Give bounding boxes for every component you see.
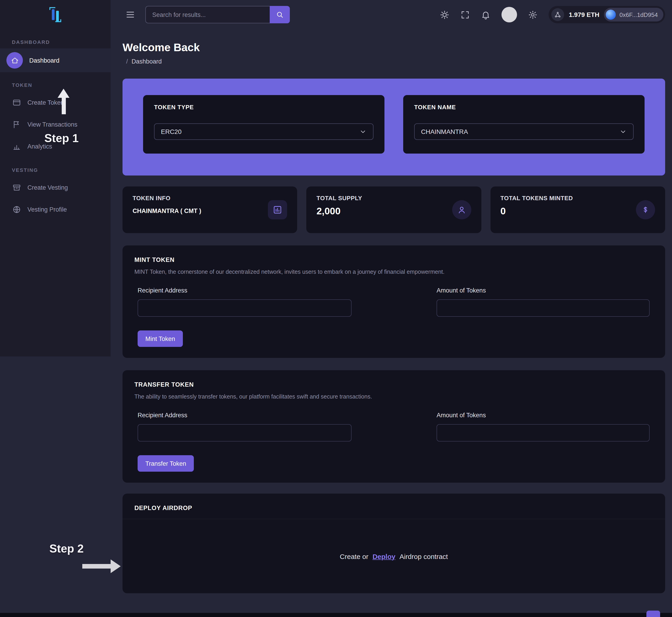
amount-of-tokens-input[interactable] bbox=[437, 299, 650, 317]
person-icon bbox=[452, 200, 471, 219]
breadcrumb-separator: / bbox=[126, 58, 128, 65]
token-name-value: CHAINMANTRA bbox=[421, 128, 468, 135]
search-bar bbox=[145, 6, 290, 23]
token-name-label: TOKEN NAME bbox=[414, 104, 634, 111]
stat-value: 0 bbox=[500, 206, 655, 217]
scroll-top-button[interactable] bbox=[646, 611, 660, 617]
sidebar: DASHBOARD Dashboard TOKEN Create Token V… bbox=[0, 0, 111, 357]
airdrop-body: Create or Deploy Airdrop contract bbox=[123, 519, 665, 593]
sidebar-section-dashboard: DASHBOARD bbox=[12, 39, 111, 45]
top-bar: 1.979 ETH 0x6F...1dD954 bbox=[111, 0, 672, 29]
amount-of-tokens-field: Amount of Tokens bbox=[437, 412, 650, 441]
sidebar-section-vesting: VESTING bbox=[12, 167, 111, 173]
chevron-down-icon bbox=[620, 128, 627, 135]
app-logo[interactable] bbox=[0, 0, 111, 29]
token-name-select[interactable]: CHAINMANTRA bbox=[414, 124, 634, 140]
recipient-address-field: Recipient Address bbox=[138, 287, 352, 317]
mint-description: MINT Token, the cornerstone of our decen… bbox=[134, 269, 653, 275]
mint-title: MINT TOKEN bbox=[134, 256, 653, 263]
wallet-pill[interactable]: 1.979 ETH 0x6F...1dD954 bbox=[548, 6, 665, 23]
wallet-balance: 1.979 ETH bbox=[569, 11, 599, 18]
mint-form: Recipient Address Amount of Tokens bbox=[134, 287, 653, 317]
stat-value: 2,000 bbox=[317, 206, 471, 217]
recipient-address-label: Recipient Address bbox=[138, 287, 352, 294]
token-type-select[interactable]: ERC20 bbox=[154, 124, 373, 140]
card-icon bbox=[12, 98, 21, 107]
step1-annotation: Step 1 bbox=[44, 132, 78, 145]
deploy-airdrop-card: DEPLOY AIRDROP Create or Deploy Airdrop … bbox=[123, 493, 665, 593]
amount-of-tokens-field: Amount of Tokens bbox=[437, 287, 650, 317]
sidebar-section-token: TOKEN bbox=[12, 82, 111, 88]
header-actions: 1.979 ETH 0x6F...1dD954 bbox=[440, 6, 665, 23]
transfer-token-button[interactable]: Transfer Token bbox=[138, 455, 194, 472]
mint-token-button[interactable]: Mint Token bbox=[138, 331, 183, 347]
sun-icon[interactable] bbox=[440, 10, 449, 19]
logo-icon bbox=[47, 6, 63, 23]
amount-of-tokens-label: Amount of Tokens bbox=[437, 412, 650, 419]
wallet-address-pill[interactable]: 0x6F...1dD954 bbox=[604, 8, 663, 21]
hamburger-menu-icon[interactable] bbox=[125, 10, 135, 20]
token-type-card: TOKEN TYPE ERC20 bbox=[143, 95, 384, 154]
bell-icon[interactable] bbox=[481, 10, 491, 19]
globe-icon bbox=[12, 205, 21, 214]
token-type-value: ERC20 bbox=[161, 128, 181, 135]
footer-bar bbox=[0, 613, 672, 617]
network-icon bbox=[551, 8, 564, 21]
airdrop-text-prefix: Create or bbox=[340, 552, 368, 560]
token-name-card: TOKEN NAME CHAINMANTRA bbox=[403, 95, 645, 154]
transfer-token-card: TRANSFER TOKEN The ability to seamlessly… bbox=[123, 370, 665, 483]
sidebar-item-label: Create Vesting bbox=[27, 184, 68, 191]
sidebar-item-label: Vesting Profile bbox=[27, 206, 67, 213]
sidebar-item-label: View Transactions bbox=[27, 121, 77, 128]
breadcrumb-current[interactable]: Dashboard bbox=[132, 58, 162, 65]
sidebar-item-vesting-profile[interactable]: Vesting Profile bbox=[0, 198, 111, 220]
page-title: Welcome Back bbox=[123, 41, 665, 54]
arrow-right-icon bbox=[82, 560, 121, 573]
arrow-up-icon bbox=[57, 89, 69, 114]
dollar-icon bbox=[636, 200, 655, 219]
amount-of-tokens-input[interactable] bbox=[437, 424, 650, 441]
app-root: DASHBOARD Dashboard TOKEN Create Token V… bbox=[0, 0, 672, 617]
airdrop-text-suffix: Airdrop contract bbox=[399, 552, 448, 560]
chevron-down-icon bbox=[359, 128, 367, 135]
sidebar-item-create-token[interactable]: Create Token bbox=[0, 91, 111, 113]
mint-token-card: MINT TOKEN MINT Token, the cornerstone o… bbox=[123, 245, 665, 358]
account-avatar-icon bbox=[606, 10, 616, 20]
stats-row: TOKEN INFO CHAINMANTRA ( CMT ) TOTAL SUP… bbox=[123, 187, 665, 233]
flag-icon bbox=[12, 120, 21, 129]
step2-annotation: Step 2 bbox=[49, 542, 83, 555]
breadcrumb: / Dashboard bbox=[123, 58, 665, 65]
main-content: Welcome Back / Dashboard TOKEN TYPE ERC2… bbox=[111, 29, 672, 593]
transfer-form: Recipient Address Amount of Tokens bbox=[134, 412, 653, 441]
recipient-address-input[interactable] bbox=[138, 299, 352, 317]
wallet-address: 0x6F...1dD954 bbox=[620, 11, 658, 18]
bar-chart-icon bbox=[12, 142, 21, 151]
stat-card-tokens-minted: TOTAL TOKENS MINTED 0 bbox=[490, 187, 665, 233]
search-icon bbox=[276, 10, 284, 19]
gear-icon[interactable] bbox=[528, 10, 538, 19]
recipient-address-field: Recipient Address bbox=[138, 412, 352, 441]
sidebar-item-dashboard[interactable]: Dashboard bbox=[0, 48, 111, 72]
chart-square-icon bbox=[268, 200, 287, 219]
stat-card-token-info: TOKEN INFO CHAINMANTRA ( CMT ) bbox=[123, 187, 297, 233]
transfer-description: The ability to seamlessly transfer token… bbox=[134, 394, 653, 400]
stat-value: CHAINMANTRA ( CMT ) bbox=[133, 207, 287, 214]
search-input[interactable] bbox=[145, 6, 270, 23]
token-type-label: TOKEN TYPE bbox=[154, 104, 373, 111]
token-selector-banner: TOKEN TYPE ERC20 TOKEN NAME CHAINMANTRA bbox=[123, 78, 665, 176]
recipient-address-input[interactable] bbox=[138, 424, 352, 441]
amount-of-tokens-label: Amount of Tokens bbox=[437, 287, 650, 294]
sidebar-item-create-vesting[interactable]: Create Vesting bbox=[0, 176, 111, 198]
fullscreen-icon[interactable] bbox=[460, 10, 470, 19]
airdrop-title: DEPLOY AIRDROP bbox=[134, 504, 653, 511]
stat-label: TOKEN INFO bbox=[133, 195, 287, 202]
sidebar-item-label: Dashboard bbox=[29, 57, 59, 64]
deploy-link[interactable]: Deploy bbox=[372, 552, 395, 560]
user-avatar[interactable] bbox=[501, 7, 517, 22]
stat-label: TOTAL TOKENS MINTED bbox=[500, 195, 655, 202]
home-icon bbox=[6, 52, 23, 68]
stat-card-total-supply: TOTAL SUPPLY 2,000 bbox=[307, 187, 481, 233]
search-button[interactable] bbox=[270, 6, 290, 23]
transfer-title: TRANSFER TOKEN bbox=[134, 381, 653, 388]
recipient-address-label: Recipient Address bbox=[138, 412, 352, 419]
